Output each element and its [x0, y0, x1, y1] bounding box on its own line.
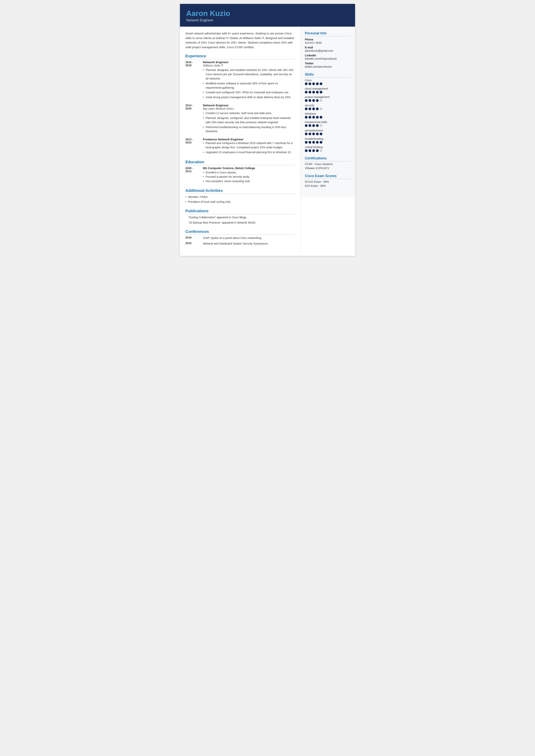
skill-name-7: troubleshooting [305, 137, 351, 140]
skills-list: Ciscocloud managementproject managements… [305, 79, 351, 152]
additional-item-0: Member, ITNEA [185, 195, 295, 199]
email-label: E-mail [305, 46, 351, 49]
skill-row-0: Cisco [305, 79, 351, 85]
skill-row-3: security [305, 104, 351, 110]
skill-dots-1 [305, 91, 351, 94]
conf-year-0: 2019 [185, 236, 203, 240]
exp-bullet-0-0: Planned, designed, and installed network… [203, 68, 295, 81]
skill-dot-0-0 [305, 82, 308, 85]
pub-item-0: “Scaling Collaboration” appeared in Cisc… [185, 215, 295, 220]
skill-name-0: Cisco [305, 79, 351, 82]
skill-dot-1-1 [309, 91, 311, 94]
personal-info-title: Personal Info [305, 31, 351, 36]
skill-name-5: interpersonal skills [305, 121, 351, 123]
exp-job-title-2: Freelance Network Engineer [203, 138, 295, 141]
cert-item-1: VMware VCP6-DCV [305, 167, 351, 170]
skill-row-6: perceptiveness [305, 129, 351, 135]
exam-scores-title: Cisco Exam Scores [305, 174, 351, 179]
exp-bullet-1-1: Planned, designed, configured, and insta… [203, 116, 295, 124]
exp-bullet-1-2: Performed troubleshooting on load-balanc… [203, 125, 295, 134]
edu-bullets-0: Excelled in Cisco classes. Pursued a pas… [203, 171, 295, 183]
skill-dots-6 [305, 133, 351, 135]
edu-entry-0: 2009 -2013 BS Computer Science, Beloit C… [185, 166, 295, 184]
skill-dot-8-4 [320, 149, 323, 152]
exp-job-title-1: Network Engineer [203, 104, 295, 107]
exp-content-0: Network Engineer Williams-Seile IT Plann… [203, 61, 295, 100]
skill-dot-3-3 [316, 107, 319, 110]
skill-dots-7 [305, 141, 351, 144]
edu-bullet-0-0: Excelled in Cisco classes. [203, 171, 295, 175]
skill-dot-5-1 [309, 124, 311, 127]
skill-dot-5-3 [316, 124, 319, 127]
edu-date-0: 2009 -2013 [185, 166, 203, 184]
skill-dots-3 [305, 107, 351, 110]
skill-dot-6-4 [320, 133, 323, 135]
twitter-value: twitter.com/aaronkuzio [305, 65, 351, 68]
candidate-title: Network Engineer [186, 18, 349, 22]
exp-company-1: Big Lakes Medical Clinics [203, 107, 295, 110]
skill-dot-8-3 [316, 149, 319, 152]
cert-item-0: CCNP - Cisco Systems [305, 163, 351, 166]
skill-dot-6-0 [305, 133, 308, 135]
conf-text-0: ICNP, Spoke on a panel about Cisco netwo… [203, 236, 262, 240]
exp-bullets-0: Planned, designed, and installed network… [203, 68, 295, 99]
experience-title: Experience [185, 54, 295, 59]
publications-section: Publications “Scaling Collaboration” app… [185, 209, 295, 225]
conferences-title: Conferences [185, 230, 295, 235]
exp-bullet-1-0: Created 12 secure networks, both local a… [203, 111, 295, 116]
conf-year-1: 2015 [185, 242, 203, 246]
edu-content-0: BS Computer Science, Beloit College Exce… [203, 166, 295, 184]
body-wrap: Smart network administrator with 6+ year… [180, 27, 355, 256]
additional-section: Additional Activities Member, ITNEA Pres… [185, 188, 295, 204]
skills-title: Skills [305, 72, 351, 78]
candidate-name: Aaron Kuzio [186, 9, 349, 17]
exp-bullets-2: Planned and configured a Windows 2010 ne… [203, 141, 295, 154]
skill-dot-0-1 [309, 82, 311, 85]
skill-dot-3-1 [309, 107, 311, 110]
conf-entry-1: 2015 Network and Distributed System Secu… [185, 242, 295, 246]
skill-row-1: cloud management [305, 87, 351, 94]
publications-title: Publications [185, 209, 295, 214]
linkedin-value: linkedin.com/in/aaronkuzio [305, 57, 351, 60]
exp-content-2: Freelance Network Engineer Planned and c… [203, 138, 295, 155]
exp-bullet-0-1: Modified vendor software to automate 30%… [203, 81, 295, 90]
twitter-label: Twitter [305, 62, 351, 65]
skill-dot-4-1 [309, 116, 311, 119]
skill-dot-7-4 [320, 141, 323, 144]
skill-dot-2-0 [305, 99, 308, 102]
skill-dot-6-1 [309, 133, 311, 135]
skill-name-8: critical thinking [305, 146, 351, 149]
additional-item-1: President of local road cycling club. [185, 200, 295, 204]
exam-scores-section: Cisco Exam Scores DCUCI Exam - 99% DCII … [305, 174, 351, 187]
skill-dot-5-2 [312, 124, 315, 127]
skills-section: Skills Ciscocloud managementproject mana… [305, 72, 351, 152]
skill-dot-2-3 [316, 99, 319, 102]
edu-bullet-0-1: Pursued a passion for security study. [203, 175, 295, 179]
exp-bullet-2-1: Upgraded 10 employees in local financial… [203, 150, 295, 154]
side-column: Personal Info Phone 414-617-2634 E-mail … [300, 27, 355, 197]
skill-dot-0-3 [316, 82, 319, 85]
exp-bullets-1: Created 12 secure networks, both local a… [203, 111, 295, 134]
skill-row-8: critical thinking [305, 146, 351, 152]
phone-value: 414-617-2634 [305, 41, 351, 44]
additional-list: Member, ITNEA President of local road cy… [185, 195, 295, 204]
skill-dots-5 [305, 124, 351, 127]
exp-date-2: 2013 -2014 [185, 138, 203, 155]
additional-title: Additional Activities [185, 188, 295, 194]
certifications-title: Certifications [305, 156, 351, 161]
resume-header: Aaron Kuzio Network Engineer [180, 4, 355, 27]
skill-row-7: troubleshooting [305, 137, 351, 144]
skill-dots-4 [305, 116, 351, 119]
skill-dot-8-1 [309, 149, 311, 152]
skill-dot-1-3 [316, 91, 319, 94]
exp-bullet-0-3: Used strong project management skills to… [203, 95, 295, 99]
exp-bullet-2-0: Planned and configured a Windows 2010 ne… [203, 141, 295, 150]
exp-date-1: 2014 -2016 [185, 104, 203, 134]
experience-section: Experience 2016 -2019 Network Engineer W… [185, 54, 295, 155]
skill-dot-2-2 [312, 99, 315, 102]
skill-name-2: project management [305, 95, 351, 98]
phone-label: Phone [305, 38, 351, 41]
skill-dot-3-4 [320, 107, 323, 110]
summary-text: Smart network administrator with 6+ year… [185, 31, 295, 50]
skill-dot-2-1 [309, 99, 311, 102]
